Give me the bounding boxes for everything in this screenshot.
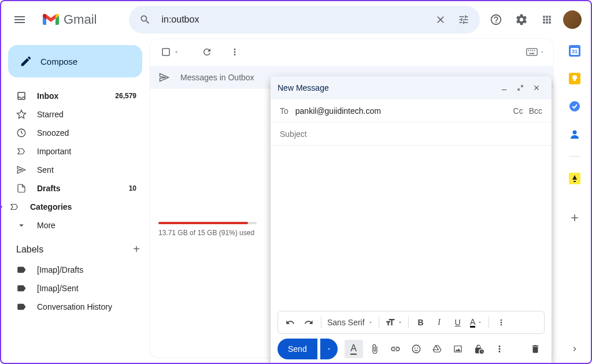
image-icon (453, 344, 463, 354)
send-button[interactable]: Send (278, 339, 317, 359)
sidebar-item-categories[interactable]: Categories (1, 198, 143, 216)
send-icon (158, 72, 170, 83)
search-input[interactable] (157, 14, 429, 25)
sidebar-item-important[interactable]: Important (1, 142, 143, 161)
expand-icon (517, 84, 524, 91)
minimize-icon (501, 84, 508, 91)
clear-search-button[interactable] (429, 8, 452, 31)
banner-text: Messages in Outbox (180, 73, 254, 82)
svg-rect-5 (534, 50, 535, 51)
compose-window: New Message To pankil@guiidintech.com Cc… (271, 76, 552, 364)
close-compose-button[interactable] (528, 80, 545, 96)
more-button[interactable] (223, 40, 246, 64)
sidebar-item-starred[interactable]: Starred (1, 105, 143, 124)
redo-button[interactable] (300, 314, 317, 330)
clock-icon (16, 128, 27, 138)
inbox-icon (16, 91, 27, 101)
font-family-button[interactable]: Sans Serif (325, 314, 375, 330)
account-avatar[interactable] (563, 10, 582, 29)
compose-label: Compose (40, 57, 77, 66)
calendar-addon[interactable]: 31 (569, 45, 580, 57)
italic-button[interactable]: I (431, 314, 448, 330)
cc-button[interactable]: Cc (513, 106, 523, 116)
text-color-button[interactable]: A (468, 314, 485, 330)
text-size-icon (385, 317, 395, 328)
subject-row[interactable] (271, 122, 552, 146)
gmail-logo[interactable]: Gmail (38, 12, 101, 27)
chevron-down-icon (16, 220, 27, 231)
caret-down-icon (398, 320, 402, 325)
sidebar-item-inbox[interactable]: Inbox26,579 (1, 87, 143, 105)
attachment-icon (369, 344, 380, 354)
sidebar-item-more[interactable]: More (1, 216, 143, 235)
settings-button[interactable] (510, 8, 533, 31)
checkbox-icon (161, 47, 171, 57)
attach-button[interactable] (365, 340, 384, 358)
subject-input[interactable] (280, 129, 542, 139)
to-value: pankil@guiidintech.com (295, 106, 513, 116)
underline-button[interactable]: U (449, 314, 467, 330)
sidebar: Compose Inbox26,579StarredSnoozedImporta… (1, 38, 149, 363)
storage-bar (158, 222, 257, 224)
svg-point-15 (415, 348, 416, 349)
caret-down-icon (368, 320, 373, 325)
label-item[interactable]: Conversation History (1, 298, 143, 316)
discard-draft-button[interactable] (526, 340, 545, 358)
caret-down-icon (173, 49, 179, 55)
undo-button[interactable] (282, 314, 299, 330)
more-formatting-button[interactable] (493, 314, 510, 330)
labels-header: Labels (16, 244, 43, 255)
gmail-icon (43, 13, 59, 26)
input-tools-button[interactable] (526, 48, 545, 56)
svg-point-14 (412, 345, 420, 353)
label-item[interactable]: [Imap]/Sent (1, 279, 143, 298)
confidential-mode-button[interactable] (469, 340, 488, 358)
sidebar-item-snoozed[interactable]: Snoozed (1, 124, 143, 142)
tasks-addon[interactable] (569, 101, 580, 112)
search-box[interactable] (129, 6, 480, 34)
apps-button[interactable] (535, 8, 558, 31)
select-all-checkbox[interactable] (158, 44, 182, 60)
minimize-button[interactable] (496, 80, 512, 96)
label-item[interactable]: [Imap]/Drafts (1, 261, 143, 279)
pencil-icon (20, 55, 32, 68)
refresh-button[interactable] (195, 40, 219, 64)
compose-body[interactable] (271, 146, 552, 311)
contacts-addon[interactable] (569, 128, 580, 140)
fullscreen-button[interactable] (512, 80, 528, 96)
bold-button[interactable]: B (412, 314, 430, 330)
keep-addon[interactable] (569, 73, 580, 84)
sidebar-item-sent[interactable]: Sent (1, 161, 143, 179)
insert-drive-button[interactable] (428, 340, 446, 358)
get-addons-button[interactable] (569, 212, 580, 224)
label-icon (16, 302, 27, 312)
main-menu-button[interactable] (6, 6, 34, 34)
insert-emoji-button[interactable] (407, 340, 426, 358)
insert-link-button[interactable] (386, 340, 405, 358)
svg-point-11 (569, 101, 580, 112)
send-options-button[interactable] (320, 339, 338, 359)
search-options-button[interactable] (452, 8, 475, 31)
insert-photo-button[interactable] (449, 340, 467, 358)
hamburger-icon (13, 13, 27, 27)
emoji-icon (411, 344, 421, 354)
support-button[interactable] (484, 8, 508, 31)
more-options-button[interactable] (490, 340, 509, 358)
svg-point-16 (417, 348, 418, 349)
formatting-toggle-button[interactable]: A (345, 340, 363, 358)
hide-panel-button[interactable] (570, 344, 579, 354)
to-field-row[interactable]: To pankil@guiidintech.com Cc Bcc (271, 99, 552, 122)
search-button[interactable] (134, 8, 157, 31)
categories-icon (9, 202, 20, 212)
add-label-button[interactable]: + (133, 243, 140, 256)
addon-maps[interactable] (569, 173, 580, 184)
tune-icon (458, 14, 469, 25)
bcc-button[interactable]: Bcc (529, 106, 542, 116)
font-size-button[interactable] (383, 314, 405, 330)
important-icon (16, 146, 27, 157)
sidebar-item-drafts[interactable]: Drafts10 (1, 179, 143, 198)
link-icon (390, 344, 401, 354)
compose-button[interactable]: Compose (8, 45, 142, 77)
draft-icon (16, 183, 27, 194)
refresh-icon (202, 47, 212, 57)
